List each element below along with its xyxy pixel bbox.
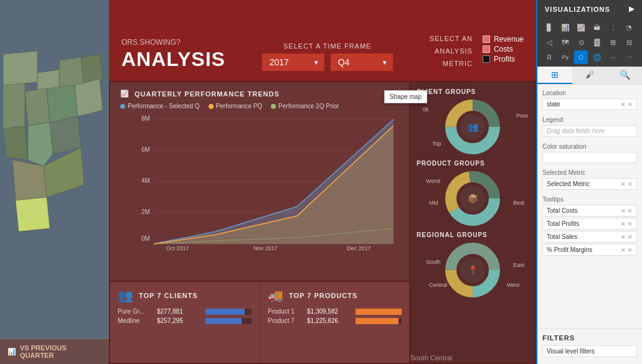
products-header: 🚚 TOP 7 PRODUCTS [268,288,402,303]
client-bar-2 [205,318,242,324]
viz-tabs: ⊞ 🖌 🔍 [537,67,642,85]
viz-icon-globe[interactable]: 🌐 [590,50,604,64]
profits-metric[interactable]: Profits [483,55,524,63]
viz-icon-shapemap[interactable]: ⬡ [574,50,588,64]
location-remove-btn[interactable]: ✕ ✕ [621,101,633,108]
revenue-label: Revenue [494,35,524,44]
tooltip-margins-remove[interactable]: ✕ ✕ [621,247,633,253]
tooltip-sales-remove[interactable]: ✕ ✕ [621,234,633,240]
viz-icon-more[interactable]: ⋯ [622,50,636,64]
viz-icon-funnel[interactable]: ◁ [542,35,556,49]
svg-text:Central: Central [429,282,447,288]
client-value-1: $277,881 [157,308,201,315]
viz-header-title: VISUALIZATIONS [545,6,610,13]
location-field-section: Location state ✕ ✕ [542,90,637,110]
chart-legend: Performance - Selected Q Performance PQ … [120,103,399,110]
color-sat-value [542,152,637,163]
selected-metric-text: Selected Metric [547,180,590,187]
header-right: SELECT AN ANALYSIS METRIC Revenue Costs [430,35,536,71]
filters-title: FILTERS [542,334,637,342]
legend-pq: Performance PQ [209,103,262,110]
quarterly-title-text: QUARTERLY PERFORMANCE TRENDS [135,90,280,98]
regional-donut-svg: 📍 East South West Central [417,242,529,298]
svg-text:Nov 2017: Nov 2017 [253,245,278,250]
tab-fields[interactable]: ⊞ [537,67,572,84]
costs-box [483,45,490,53]
product-value-2: $1,225,826 [307,317,351,324]
product-row-2: Product 7 $1,225,826 [268,317,402,324]
svg-text:👥: 👥 [468,122,479,133]
location-field-label: Location [542,90,637,96]
revenue-metric[interactable]: Revenue [483,35,524,44]
client-donut-wrapper: 👥 Poor Top 0k [417,99,529,155]
svg-text:Mid: Mid [429,200,438,206]
legend-dot-blue [120,104,125,109]
viz-icon-line[interactable]: 📈 [574,21,588,34]
year-dropdown-wrapper[interactable]: 2017 2016 2015 [262,54,324,71]
client-row-1: Pure Gr... $277,881 [118,308,252,315]
client-groups-title: CLIENT GROUPS [417,88,529,95]
client-row-2: Medline $257,295 [118,317,252,324]
product-donut-wrapper: 📦 Best Mid Worst [417,170,529,226]
costs-metric[interactable]: Costs [483,45,524,54]
viz-icon-table[interactable]: ⊞ [607,35,620,49]
timeframe-label: SELECT A TIME FRAME [283,42,371,50]
legend-dot-green [271,104,276,109]
map-svg [0,0,109,338]
selected-metric-value: Selected Metric ✕ ✕ [542,178,637,190]
profits-label: Profits [494,55,515,63]
regional-groups-title: REGIONAL GROUPS [417,231,529,238]
svg-text:2M: 2M [141,208,150,215]
product-groups-title: PRODUCT GROUPS [417,160,529,167]
tooltip-popup: Shape map [384,90,427,103]
map-panel: 📊 VS PREVIOUS QUARTER [0,0,109,364]
viz-icon-map[interactable]: 🗺 [559,35,572,49]
year-dropdown[interactable]: 2017 2016 2015 [262,54,324,71]
viz-fields: Location state ✕ ✕ Legend Drag data fiel… [537,85,642,329]
tooltip-total-profits: Total Profits ✕ ✕ [542,218,637,230]
viz-icon-bar2[interactable]: 📊 [559,21,572,34]
svg-text:Poor: Poor [516,113,528,119]
viz-icon-area[interactable]: 🏔 [590,21,604,34]
tooltip-costs-remove[interactable]: ✕ ✕ [621,208,633,214]
legend-2q-prior: Performance 2Q Prior [271,103,339,110]
vs-previous-label: VS PREVIOUS QUARTER [20,344,101,359]
tab-analytics[interactable]: 🔍 [607,67,642,84]
legend-label-2: Performance PQ [216,103,262,110]
viz-icon-py[interactable]: Py [559,50,572,64]
viz-icon-pie[interactable]: ◔ [622,21,636,34]
visual-level-filter-text: Visual level filters [547,348,595,355]
svg-text:Worst: Worst [426,178,441,184]
location-field-value: state ✕ ✕ [542,98,637,110]
client-name-1: Pure Gr... [118,308,152,315]
viz-icon-gauge[interactable]: ⊙ [574,35,588,49]
viz-icon-scatter[interactable]: ⁚ [607,21,620,34]
tooltip-total-sales: Total Sales ✕ ✕ [542,231,637,243]
vs-previous-bar: 📊 VS PREVIOUS QUARTER [0,338,109,364]
dropdowns: 2017 2016 2015 Q4 Q3 Q2 Q1 [262,54,393,71]
svg-text:0k: 0k [423,106,429,113]
svg-text:Top: Top [432,141,441,147]
viz-icon-matrix[interactable]: ⊟ [622,35,636,49]
quarter-dropdown-wrapper[interactable]: Q4 Q3 Q2 Q1 [331,54,393,71]
product-name-1: Product 1 [268,308,302,315]
tooltip-costs-text: Total Costs [547,207,577,214]
legend-field-section: Legend Drag data fields here [542,116,637,137]
quarter-dropdown[interactable]: Q4 Q3 Q2 Q1 [331,54,393,71]
tooltip-sales-text: Total Sales [547,233,577,240]
tooltip-profits-remove[interactable]: ✕ ✕ [621,221,633,227]
tooltips-label: Tooltips [542,196,637,203]
viz-icon-card[interactable]: 🃏 [590,35,604,49]
svg-text:Oct 2017: Oct 2017 [166,245,189,250]
selected-metric-remove[interactable]: ✕ ✕ [621,181,633,187]
viz-icon-r[interactable]: R [542,50,556,64]
costs-label: Costs [494,45,513,54]
legend-field-placeholder: Drag data fields here [542,125,637,137]
legend-label-1: Performance - Selected Q [128,103,200,110]
viz-icon-bar[interactable]: ▊ [542,21,556,34]
profits-box [483,55,490,63]
svg-text:0M: 0M [141,235,150,242]
header: ORS SHOWING? ANALYSIS SELECT A TIME FRAM… [109,0,536,81]
selected-metric-label: Selected Metric [542,169,637,176]
tab-format[interactable]: 🖌 [572,67,607,84]
